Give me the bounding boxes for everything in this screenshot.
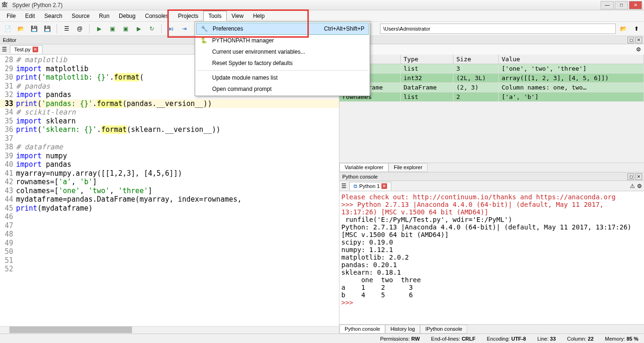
code-line[interactable]: 35import sklearn [0, 117, 339, 126]
run-icon[interactable]: ▶ [93, 23, 105, 34]
menu-tools[interactable]: Tools [203, 11, 227, 21]
tab-ipython-console[interactable]: IPython console [420, 325, 467, 334]
menu-view[interactable]: View [227, 11, 248, 21]
browse-dir-icon[interactable]: 📂 [618, 23, 629, 34]
menu-help[interactable]: Help [248, 11, 270, 21]
menubar: FileEditSearchSourceRunDebugConsolesProj… [0, 10, 644, 22]
menu-reset[interactable]: Reset Spyder to factory defaults [196, 57, 369, 69]
undock-icon[interactable]: ◻ [627, 173, 634, 180]
menu-run[interactable]: Run [94, 11, 114, 21]
code-line[interactable]: 49 [0, 239, 339, 248]
editor-scrollbar[interactable] [0, 326, 339, 334]
var-row[interactable]: mydataframeDataFrame(2, 3)Column names: … [339, 83, 644, 92]
minimize-button[interactable]: — [601, 1, 614, 9]
run-cell-icon[interactable]: ▣ [107, 23, 118, 34]
save-all-icon[interactable]: 💾 [41, 23, 53, 34]
tab-label: Test.py [14, 47, 31, 52]
function-icon[interactable]: @ [74, 23, 85, 34]
console-output[interactable]: Please check out: http://continuum.io/th… [339, 191, 644, 324]
undock-icon[interactable]: ◻ [627, 37, 634, 43]
code-line[interactable]: 45print(mydataframe) [0, 204, 339, 213]
python-icon: 🐍 [200, 37, 207, 44]
close-pane-icon[interactable]: ✕ [636, 173, 642, 180]
menu-debug[interactable]: Debug [114, 11, 140, 21]
debug-icon[interactable]: ⏯ [165, 23, 177, 34]
titlebar: 🕸 Spyder (Python 2.7) — □ ✕ [0, 0, 644, 10]
tab-python-console[interactable]: Python console [339, 325, 385, 334]
console-tab-label: Python 1 [359, 183, 380, 189]
run-cell-advance-icon[interactable]: ▣ [120, 23, 131, 34]
menu-consoles[interactable]: Consoles [140, 11, 173, 21]
menu-source[interactable]: Source [67, 11, 94, 21]
editor-tab[interactable]: Test.py ✕ [10, 45, 42, 53]
tab-history-log[interactable]: History log [385, 325, 420, 334]
code-line[interactable]: 40import pandas [0, 160, 339, 169]
warning-icon[interactable]: ⚠ [630, 183, 635, 189]
close-pane-icon[interactable]: ✕ [636, 37, 642, 43]
code-line[interactable]: 43colnames=['one', 'two', 'three'] [0, 187, 339, 196]
close-button[interactable]: ✕ [629, 1, 642, 9]
run-selection-icon[interactable]: ▶ [133, 23, 144, 34]
menu-projects[interactable]: Projects [173, 11, 203, 21]
shortcut-label: Ctrl+Alt+Shift+P [324, 25, 364, 32]
code-line[interactable]: 42rownames=['a', 'b'] [0, 178, 339, 187]
maximize-button[interactable]: □ [615, 1, 628, 9]
menu-search[interactable]: Search [40, 11, 67, 21]
working-dir-path[interactable]: \Users\Administrator [380, 24, 616, 34]
statusbar: Permissions: RW End-of-lines: CRLF Encod… [0, 334, 644, 343]
menu-pythonpath[interactable]: 🐍 PYTHONPATH manager [196, 35, 369, 46]
menu-env-vars[interactable]: Current user environment variables... [196, 46, 369, 57]
wrench-icon: 🔧 [200, 25, 208, 33]
code-line[interactable]: 39import numpy [0, 152, 339, 161]
step-icon[interactable]: ⇥ [179, 23, 190, 34]
rerun-icon[interactable]: ↻ [146, 23, 157, 34]
code-line[interactable]: 46 [0, 212, 339, 221]
var-row[interactable]: myarrayint32(2L, 3L)array([[1, 2, 3], [4… [339, 74, 644, 83]
tools-dropdown: 🔧 Preferences Ctrl+Alt+Shift+P 🐍 PYTHONP… [195, 21, 370, 96]
parent-dir-icon[interactable]: ⬆ [631, 23, 642, 34]
new-file-icon[interactable]: 📄 [2, 23, 13, 34]
code-line[interactable]: 44mydataframe=pandas.DataFrame(myarray, … [0, 195, 339, 204]
code-line[interactable]: 36print('sklearn: {}'.format(sklearn.__v… [0, 125, 339, 134]
menu-preferences[interactable]: 🔧 Preferences Ctrl+Alt+Shift+P [196, 23, 369, 35]
code-line[interactable]: 52 [0, 265, 339, 274]
var-row[interactable]: ameslist3['one', 'two', 'three'] [339, 64, 644, 74]
tab-close-icon[interactable]: ✕ [33, 47, 38, 52]
tab-close-icon[interactable]: ✕ [381, 183, 387, 189]
open-file-icon[interactable]: 📂 [15, 23, 26, 34]
code-line[interactable]: 48 [0, 230, 339, 239]
tab-file-explorer[interactable]: File explorer [388, 163, 428, 172]
code-line[interactable]: 47 [0, 221, 339, 230]
var-table-header: Name Type Size Value [339, 55, 644, 64]
code-line[interactable]: 33print('pandas: {}'.format(pandas.__ver… [0, 99, 339, 108]
save-icon[interactable]: 💾 [28, 23, 40, 34]
window-title: Spyder (Python 2.7) [12, 2, 601, 8]
menu-edit[interactable]: Edit [20, 11, 40, 21]
variable-explorer-title: explorer ◻✕ [339, 36, 644, 44]
tab-list-icon[interactable]: ☰ [341, 183, 347, 189]
tab-variable-explorer[interactable]: Variable explorer [339, 163, 388, 172]
code-line[interactable]: 37 [0, 134, 339, 143]
var-row[interactable]: rownameslist2['a', 'b'] [339, 92, 644, 102]
code-line[interactable]: 50 [0, 247, 339, 256]
gear-icon[interactable]: ⚙ [636, 46, 641, 53]
list-icon[interactable]: ☰ [61, 23, 72, 34]
menu-cmd-prompt[interactable]: Open command prompt [196, 83, 369, 95]
tab-list-icon[interactable]: ☰ [2, 46, 7, 53]
code-line[interactable]: 38# dataframe [0, 143, 339, 152]
code-line[interactable]: 51 [0, 256, 339, 265]
menu-file[interactable]: File [2, 11, 20, 21]
code-line[interactable]: 34# scikit-learn [0, 108, 339, 117]
code-line[interactable]: 41myarray=numpy.array([[1,2,3], [4,5,6]]… [0, 169, 339, 178]
gear-icon[interactable]: ⚙ [637, 183, 642, 189]
menu-update-modules[interactable]: Update module names list [196, 72, 369, 83]
console-title: Python console ◻✕ [339, 172, 644, 181]
console-tab[interactable]: ⧉ Python 1 ✕ [349, 182, 391, 190]
app-icon: 🕸 [2, 1, 9, 9]
